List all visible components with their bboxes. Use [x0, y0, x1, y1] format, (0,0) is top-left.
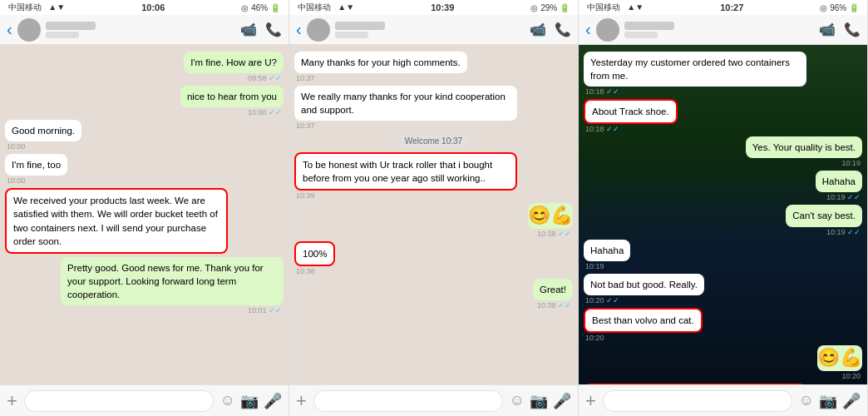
message-time: 10:00 — [5, 142, 27, 151]
message-input[interactable] — [313, 390, 503, 412]
bottom-bar: + ☺ 📷 🎤 — [579, 384, 867, 416]
video-call-icon[interactable]: 📹 — [819, 22, 836, 37]
plus-button[interactable]: + — [296, 392, 307, 410]
contact-status — [624, 32, 658, 38]
message-bubble: Not bad but good. Really. — [584, 274, 704, 295]
back-button[interactable]: ‹ — [296, 20, 302, 39]
chat-area: Yesterday my customer ordered two contai… — [579, 45, 867, 384]
message-time: 10:18 ✓✓ — [584, 125, 621, 133]
message-time: 10:20 ✓✓ — [584, 296, 621, 305]
nav-bar: ‹ 📹 📞 — [289, 15, 578, 45]
bottom-icons: ☺ 📷 🎤 — [799, 392, 861, 410]
contact-status — [46, 32, 79, 38]
status-bar: 中国移动 ▲▼ 10:06 ◎ 46% 🔋 — [0, 0, 289, 15]
message-input[interactable] — [603, 390, 792, 412]
chat-area: Many thanks for your high comments.10:37… — [289, 45, 578, 384]
contact-info — [624, 22, 814, 38]
battery-status: ◎ 46% 🔋 — [241, 3, 280, 12]
emoji-icon[interactable]: ☺ — [799, 392, 814, 410]
message-3: Good morning.10:00 — [5, 120, 81, 151]
message-bubble: To be honest with Ur track roller that i… — [294, 152, 517, 191]
carrier-signal: 中国移动 ▲▼ — [298, 2, 354, 13]
message-bubble: We received your products last week. We … — [5, 188, 228, 253]
message-time: 10:20 — [584, 334, 606, 342]
message-time: 10:37 — [294, 74, 317, 82]
bottom-bar: + ☺ 📷 🎤 — [0, 384, 289, 416]
avatar — [307, 18, 330, 42]
voice-call-icon[interactable]: 📞 — [555, 22, 571, 37]
video-call-icon[interactable]: 📹 — [530, 22, 546, 37]
nav-bar: ‹ 📹 📞 — [579, 15, 867, 45]
message-time: 09:58 ✓✓ — [246, 74, 284, 82]
status-time: 10:06 — [141, 2, 165, 12]
message-bubble: 😊💪 — [528, 203, 573, 229]
status-time: 10:27 — [720, 2, 743, 12]
phone-screen-2: 中国移动 ▲▼ 10:39 ◎ 29% 🔋 ‹ 📹 📞 Many thanks … — [289, 0, 579, 416]
message-7: Not bad but good. Really.10:20 ✓✓ — [584, 274, 704, 305]
message-time: 10:39 — [294, 191, 317, 200]
mic-icon[interactable]: 🎤 — [553, 392, 571, 410]
bottom-bar: + ☺ 📷 🎤 — [289, 384, 578, 416]
camera-icon[interactable]: 📷 — [530, 392, 548, 410]
message-time: 10:38 — [294, 267, 317, 275]
status-bar: 中国移动 ▲▼ 10:39 ◎ 29% 🔋 — [289, 0, 578, 15]
contact-name — [335, 22, 385, 30]
message-time: 10:18 ✓✓ — [584, 87, 621, 96]
contact-info — [335, 22, 525, 38]
message-bubble: Many thanks for your high comments. — [294, 52, 467, 73]
message-time: 10:19 ✓✓ — [825, 193, 862, 201]
message-bubble: About Track shoe. — [584, 99, 678, 124]
back-button[interactable]: ‹ — [7, 20, 12, 39]
plus-button[interactable]: + — [585, 392, 596, 410]
carrier-signal: 中国移动 ▲▼ — [587, 2, 644, 13]
message-6: Hahaha10:19 — [584, 240, 630, 270]
message-bubble: Yesterday my customer ordered two contai… — [584, 52, 806, 87]
nav-icons: 📹 📞 — [240, 22, 282, 37]
avatar — [17, 18, 41, 42]
video-call-icon[interactable]: 📹 — [240, 22, 257, 37]
voice-call-icon[interactable]: 📞 — [844, 22, 861, 37]
back-button[interactable]: ‹ — [585, 20, 591, 39]
message-input[interactable] — [24, 390, 214, 412]
nav-icons: 📹 📞 — [530, 22, 571, 37]
message-bubble: Hahaha — [816, 171, 862, 192]
nav-bar: ‹ 📹 📞 — [0, 15, 289, 45]
message-5: Can't say best.10:19 ✓✓ — [786, 205, 862, 235]
message-4: To be honest with Ur track roller that i… — [294, 152, 517, 200]
avatar — [596, 18, 619, 42]
emoji-icon[interactable]: ☺ — [510, 392, 525, 410]
message-bubble: Hahaha — [584, 240, 630, 261]
phone-screen-3: 中国移动 ▲▼ 10:27 ◎ 96% 🔋 ‹ 📹 📞 Yesterday my… — [579, 0, 868, 416]
message-time: 10:00 — [5, 176, 27, 185]
bottom-icons: ☺ 📷 🎤 — [220, 392, 282, 410]
message-bubble: Pretty good. Good news for me. Thank you… — [61, 257, 284, 305]
plus-button[interactable]: + — [7, 392, 17, 410]
camera-icon[interactable]: 📷 — [240, 392, 259, 410]
message-3: Yes. Your quality is best.10:19 — [746, 136, 862, 167]
message-1: I'm fine. How are U?09:58 ✓✓ — [184, 52, 284, 82]
emoji-icon[interactable]: ☺ — [220, 392, 235, 410]
message-bubble: Good morning. — [5, 120, 81, 141]
camera-icon[interactable]: 📷 — [819, 392, 837, 410]
contact-name — [46, 22, 96, 30]
message-6: Pretty good. Good news for me. Thank you… — [61, 257, 284, 314]
message-bubble: I'm fine, too — [5, 154, 67, 176]
message-time: 10:38 ✓✓ — [535, 230, 573, 238]
message-time: 10:01 ✓✓ — [246, 306, 284, 314]
message-bubble: Can't say best. — [786, 205, 862, 226]
message-time: 10:19 — [840, 159, 862, 167]
message-bubble: We really many thanks for your kind coop… — [294, 86, 517, 121]
contact-status — [335, 32, 368, 38]
message-bubble: Yes. Your quality is best. — [746, 136, 862, 158]
mic-icon[interactable]: 🎤 — [264, 392, 282, 410]
message-time: 10:19 ✓✓ — [825, 228, 862, 236]
message-time: 10:37 — [294, 121, 317, 130]
message-4: I'm fine, too10:00 — [5, 154, 67, 185]
message-6: 100%10:38 — [294, 241, 335, 275]
message-5: 😊💪10:38 ✓✓ — [528, 203, 573, 238]
voice-call-icon[interactable]: 📞 — [265, 22, 282, 37]
mic-icon[interactable]: 🎤 — [842, 392, 861, 410]
message-time: 10:38 ✓✓ — [535, 301, 573, 310]
message-bubble: nice to hear from you — [180, 86, 284, 107]
message-2: We really many thanks for your kind coop… — [294, 86, 517, 130]
